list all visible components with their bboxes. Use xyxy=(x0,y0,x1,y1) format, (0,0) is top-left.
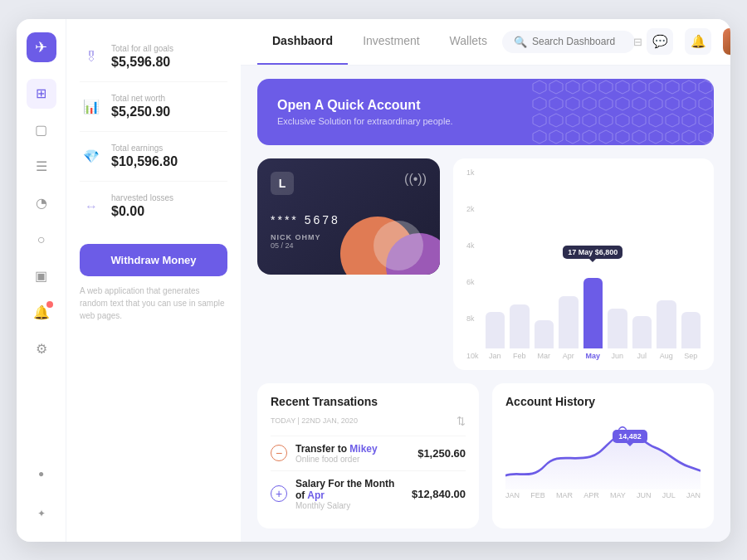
sidebar-item-list[interactable]: ☰ xyxy=(27,152,56,182)
chart-tooltip-value: 14,482 xyxy=(618,432,642,441)
app-logo[interactable]: ✈ xyxy=(27,32,56,62)
txn-filter-icon[interactable]: ⇅ xyxy=(456,415,466,427)
x-label-may: MAY xyxy=(610,491,626,499)
bar-chart-y-axis: 10k 8k 6k 4k 2k 1k xyxy=(466,168,486,360)
sidebar-item-box[interactable]: ▢ xyxy=(27,115,56,145)
net-worth-label: Total net worth xyxy=(111,94,170,103)
bar-label-jun: Jun xyxy=(608,352,627,360)
x-label-jun: JUN xyxy=(637,491,652,499)
contactless-icon: ((•)) xyxy=(404,172,427,187)
txn-name-0: Transfer to Mikey xyxy=(295,443,409,455)
tab-dashboard[interactable]: Dashbaord xyxy=(257,19,348,66)
top-nav: Dashbaord Investment Wallets 🔍 ⊟ 💬 🔔 xyxy=(241,19,730,66)
bar-feb xyxy=(510,269,530,348)
x-label-apr: APR xyxy=(583,491,599,499)
chart-tooltip: 14,482 xyxy=(613,430,647,443)
txn-minus-icon: − xyxy=(271,445,287,461)
withdraw-button[interactable]: Withdraw Money xyxy=(80,244,227,276)
tab-investment[interactable]: Investment xyxy=(348,19,434,66)
history-title: Account History xyxy=(505,395,701,408)
txn-name-1: Salary For the Month of Apr xyxy=(295,478,403,501)
txn-amount-0: $1,250.60 xyxy=(417,447,466,460)
sidebar: ✈ ⊞ ▢ ☰ ◔ ○ ▣ 🔔 ⚙ ● ✦ xyxy=(17,19,66,542)
transactions-title: Recent Transations xyxy=(271,395,466,408)
losses-value: $0.00 xyxy=(111,204,173,219)
sidebar-item-bell[interactable]: 🔔 xyxy=(27,298,56,328)
txn-plus-icon: + xyxy=(271,485,287,502)
panel-description: A web application that generates random … xyxy=(80,285,227,322)
search-input[interactable] xyxy=(532,36,623,47)
bar-label-aug: Aug xyxy=(657,352,676,360)
message-icon[interactable]: 💬 xyxy=(647,28,673,55)
main-content: Dashbaord Investment Wallets 🔍 ⊟ 💬 🔔 Ope… xyxy=(241,19,730,542)
txn-sub-1: Monthly Salary xyxy=(295,501,403,510)
bar-aug xyxy=(657,269,676,348)
filter-icon[interactable]: ⊟ xyxy=(633,36,642,48)
txn-sub-0: Online food order xyxy=(295,455,409,464)
theme-toggle[interactable]: ● xyxy=(27,459,56,489)
dashboard-body: Open A Quick Account Exclusive Solution … xyxy=(241,66,730,542)
line-chart-area: 14,482 xyxy=(505,415,701,489)
bar-label-may: May xyxy=(583,352,603,360)
bar-sep xyxy=(681,269,701,348)
middle-row: L ((•)) **** 5678 NICK OHMY 05 / 24 xyxy=(257,158,714,370)
bar-label-jul: Jul xyxy=(632,352,652,360)
goals-value: $5,596.80 xyxy=(111,55,173,70)
bar-label-apr: Apr xyxy=(559,352,579,360)
losses-icon: ↔ xyxy=(80,195,103,218)
sidebar-item-square[interactable]: ▣ xyxy=(27,261,56,291)
x-label-jul: JUL xyxy=(662,491,676,499)
sparkle-icon[interactable]: ✦ xyxy=(27,499,56,528)
bar-label-mar: Mar xyxy=(535,352,554,360)
nav-actions: 💬 🔔 xyxy=(647,28,730,55)
card-expiry: 05 / 24 xyxy=(271,241,321,250)
banner-subtitle: Exclusive Solution for extraordinary peo… xyxy=(277,116,453,126)
card-holder: NICK OHMY xyxy=(271,233,321,241)
txn-item-0: − Transfer to Mikey Online food order $1… xyxy=(271,436,466,470)
net-worth-icon: 📊 xyxy=(80,95,103,119)
left-panel: 🎖 Total for all goals $5,596.80 📊 Total … xyxy=(66,19,241,542)
bell-icon[interactable]: 🔔 xyxy=(685,28,711,55)
txn-item-1: + Salary For the Month of Apr Monthly Sa… xyxy=(271,470,466,517)
credit-card: L ((•)) **** 5678 NICK OHMY 05 / 24 xyxy=(257,158,440,275)
sidebar-item-grid[interactable]: ⊞ xyxy=(27,79,56,109)
bar-label-jan: Jan xyxy=(486,352,505,360)
earnings-label: Total earnings xyxy=(111,144,178,153)
chart-x-labels: JANFEBMARAPRMAYJUNJULJAN xyxy=(505,491,701,499)
bottom-row: Recent Transations TODAY | 22ND JAN, 202… xyxy=(257,383,714,528)
bar-labels: JanFebMarAprMayJunJulAugSep xyxy=(486,352,701,360)
x-label-feb: FEB xyxy=(530,491,545,499)
stat-goals: 🎖 Total for all goals $5,596.80 xyxy=(80,32,227,82)
net-worth-value: $5,250.90 xyxy=(111,105,170,119)
quick-account-banner[interactable]: Open A Quick Account Exclusive Solution … xyxy=(257,79,714,145)
sidebar-item-clock[interactable]: ◔ xyxy=(27,188,56,218)
x-label-jan: JAN xyxy=(505,491,520,499)
user-avatar[interactable] xyxy=(723,28,730,55)
sidebar-item-gear[interactable]: ⚙ xyxy=(27,334,56,364)
bar-tooltip: 17 May $6,800 xyxy=(563,246,622,259)
x-label-jan: JAN xyxy=(686,491,701,499)
stat-losses: ↔ harvested losses $0.00 xyxy=(80,182,227,231)
account-history-panel: Account History xyxy=(492,383,714,528)
txn-amount-1: $12,840.00 xyxy=(412,488,466,500)
search-icon: 🔍 xyxy=(514,36,527,48)
card-logo: L xyxy=(271,172,294,195)
sidebar-item-circle[interactable]: ○ xyxy=(27,225,56,255)
tab-wallets[interactable]: Wallets xyxy=(435,19,502,66)
earnings-icon: 💎 xyxy=(80,145,103,168)
nav-tabs: Dashbaord Investment Wallets xyxy=(257,19,502,66)
goals-icon: 🎖 xyxy=(80,46,103,69)
bar-apr xyxy=(559,269,579,348)
bar-label-sep: Sep xyxy=(681,352,701,360)
bars-row: 17 May $6,800 xyxy=(486,168,701,348)
transactions-panel: Recent Transations TODAY | 22ND JAN, 202… xyxy=(257,383,479,528)
stat-earnings: 💎 Total earnings $10,596.80 xyxy=(80,132,227,182)
earnings-value: $10,596.80 xyxy=(111,154,178,169)
svg-rect-1 xyxy=(531,79,714,145)
bar-jul xyxy=(632,269,652,348)
txn-date: TODAY | 22ND JAN, 2020 xyxy=(271,416,358,425)
bar-may: 17 May $6,800 xyxy=(583,269,603,348)
stat-net-worth: 📊 Total net worth $5,250.90 xyxy=(80,82,227,132)
search-bar: 🔍 ⊟ xyxy=(502,31,635,53)
bar-mar xyxy=(535,269,554,348)
